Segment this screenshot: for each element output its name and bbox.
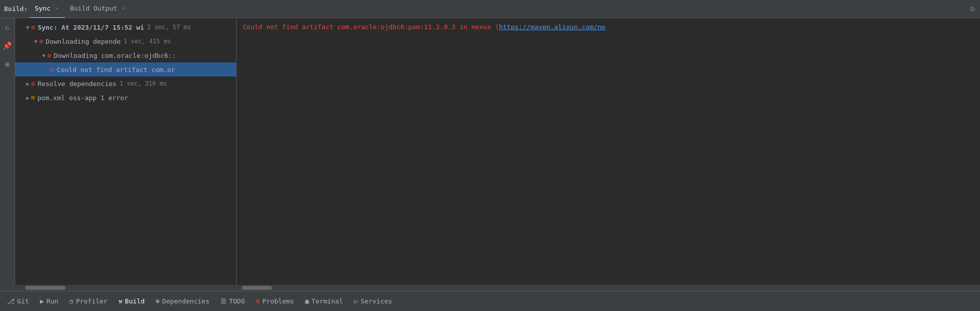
terminal-label: Terminal bbox=[312, 297, 343, 305]
tree-time-downloading-deps: 1 sec, 415 ms bbox=[124, 38, 171, 45]
problems-label: Problems bbox=[262, 297, 294, 305]
profiler-button[interactable]: ◷ Profiler bbox=[64, 295, 112, 307]
terminal-icon: ▣ bbox=[305, 297, 309, 305]
scroll-area[interactable] bbox=[0, 285, 980, 291]
todo-label: TODO bbox=[229, 297, 245, 305]
services-label: Services bbox=[361, 297, 392, 305]
run-button[interactable]: ▶ Run bbox=[35, 295, 63, 307]
tree-label-sync: Sync: At 2023/11/7 15:52 wi bbox=[38, 24, 144, 31]
chevron-icon: ▼ bbox=[26, 25, 29, 30]
output-line: Could not find artifact com.oracle:ojdbc… bbox=[243, 22, 974, 33]
git-label: Git bbox=[17, 297, 29, 305]
refresh-icon[interactable]: ↻ bbox=[3, 21, 12, 34]
tree-time-resolve-deps: 1 sec, 316 ms bbox=[119, 80, 167, 87]
tree-time-sync: 2 sec, 57 ms bbox=[147, 24, 191, 31]
tree-item-resolve-deps[interactable]: ▶ ⊘ Resolve dependencies 1 sec, 316 ms bbox=[15, 76, 236, 91]
git-icon: ⎇ bbox=[7, 297, 15, 305]
tab-sync-label: Sync bbox=[35, 5, 50, 12]
eye-icon[interactable]: ◉ bbox=[3, 57, 12, 70]
tab-build-output-close[interactable]: ✕ bbox=[120, 5, 127, 12]
dependencies-icon: ⊛ bbox=[156, 297, 160, 305]
run-label: Run bbox=[46, 297, 58, 305]
scroll-thumb-right[interactable] bbox=[242, 286, 272, 290]
tab-build-output-label: Build Output bbox=[70, 5, 117, 12]
file-icon: ⊞ bbox=[31, 94, 35, 101]
tree-item-downloading-oracle[interactable]: ▼ ⊘ Downloading com.oracle:ojdbc6:: bbox=[15, 48, 236, 62]
tab-sync[interactable]: Sync ✕ bbox=[30, 0, 65, 18]
profiler-label: Profiler bbox=[76, 297, 108, 305]
main-content: ↻ 📌 ◉ ▼ ⊘ Sync: At 2023/11/7 15:52 wi 2 … bbox=[0, 18, 980, 285]
tree-label-could-not-find: Could not find artifact com.or bbox=[57, 66, 175, 73]
build-button[interactable]: ⚒ Build bbox=[113, 295, 150, 307]
build-icon: ⚒ bbox=[118, 297, 122, 305]
error-icon: ⊘ bbox=[31, 80, 35, 88]
tree-item-could-not-find[interactable]: ⊘ Could not find artifact com.or bbox=[15, 62, 236, 76]
problems-button[interactable]: ⊘ Problems bbox=[251, 295, 299, 307]
todo-button[interactable]: ☰ TODO bbox=[216, 295, 250, 307]
scroll-thumb-left[interactable] bbox=[25, 286, 65, 290]
build-label: Build bbox=[125, 297, 145, 305]
terminal-button[interactable]: ▣ Terminal bbox=[300, 295, 348, 307]
tab-sync-close[interactable]: ✕ bbox=[53, 5, 60, 12]
output-link[interactable]: https://maven.aliyun.com/ne bbox=[499, 23, 605, 31]
sidebar-icons: ↻ 📌 ◉ bbox=[0, 18, 15, 285]
dependencies-label: Dependencies bbox=[162, 297, 209, 305]
build-tree-panel: ▼ ⊘ Sync: At 2023/11/7 15:52 wi 2 sec, 5… bbox=[15, 18, 237, 285]
chevron-icon: ▼ bbox=[42, 53, 45, 58]
output-text: Could not find artifact com.oracle:ojdbc… bbox=[243, 23, 499, 31]
tab-build-output[interactable]: Build Output ✕ bbox=[65, 0, 132, 18]
bottom-bar: ⎇ Git ▶ Run ◷ Profiler ⚒ Build ⊛ Depende… bbox=[0, 291, 980, 311]
settings-icon[interactable]: ⚙ bbox=[970, 4, 975, 14]
tree-item-pom-xml[interactable]: ▶ ⊞ pom.xml oss-app 1 error bbox=[15, 91, 236, 105]
chevron-icon: ▶ bbox=[26, 81, 29, 87]
git-button[interactable]: ⎇ Git bbox=[2, 295, 34, 307]
output-panel: Could not find artifact com.oracle:ojdbc… bbox=[237, 18, 980, 285]
error-icon: ⊘ bbox=[50, 66, 54, 73]
tree-label-downloading-deps: Downloading depende bbox=[46, 38, 121, 45]
error-icon: ⊘ bbox=[31, 24, 35, 31]
error-icon: ⊘ bbox=[39, 38, 43, 45]
tab-bar: Build: Sync ✕ Build Output ✕ ⚙ bbox=[0, 0, 980, 18]
tree-item-sync-root[interactable]: ▼ ⊘ Sync: At 2023/11/7 15:52 wi 2 sec, 5… bbox=[15, 20, 236, 34]
tab-bar-label: Build: bbox=[4, 5, 28, 13]
chevron-icon: ▶ bbox=[26, 95, 29, 101]
profiler-icon: ◷ bbox=[69, 297, 74, 305]
tree-item-downloading-deps[interactable]: ▼ ⊘ Downloading depende 1 sec, 415 ms bbox=[15, 34, 236, 48]
error-icon: ⊘ bbox=[47, 52, 51, 59]
services-button[interactable]: ▷ Services bbox=[349, 295, 397, 307]
tree-label-resolve-deps: Resolve dependencies bbox=[38, 80, 117, 88]
problems-icon: ⊘ bbox=[256, 297, 260, 305]
pin-icon[interactable]: 📌 bbox=[1, 39, 14, 52]
dependencies-button[interactable]: ⊛ Dependencies bbox=[151, 295, 215, 307]
services-icon: ▷ bbox=[354, 297, 358, 305]
tree-label-downloading-oracle: Downloading com.oracle:ojdbc6:: bbox=[54, 52, 176, 59]
todo-icon: ☰ bbox=[221, 297, 227, 305]
run-icon: ▶ bbox=[40, 297, 44, 305]
tree-label-pom-xml: pom.xml oss-app 1 error bbox=[37, 94, 128, 102]
chevron-icon: ▼ bbox=[34, 39, 37, 44]
